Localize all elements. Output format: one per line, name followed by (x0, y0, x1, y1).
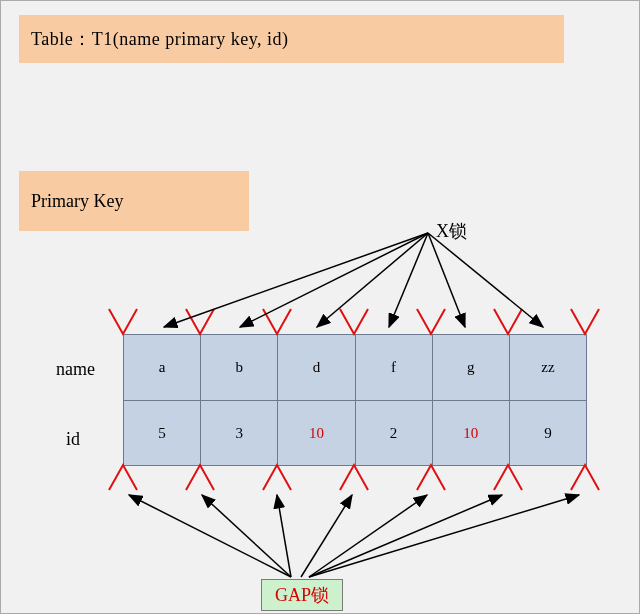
bottom-gap-marks (109, 465, 599, 490)
cell-id: 10 (277, 400, 354, 465)
svg-line-11 (309, 495, 502, 577)
row-label-name: name (56, 359, 95, 380)
cell-name: zz (509, 335, 586, 400)
svg-line-5 (428, 233, 543, 327)
svg-line-2 (317, 233, 428, 327)
svg-line-8 (277, 495, 291, 577)
x-lock-arrows (164, 233, 543, 327)
diagram-canvas: Table：T1(name primary key, id) Primary K… (0, 0, 640, 614)
cell-id: 2 (355, 400, 432, 465)
svg-line-0 (164, 233, 428, 327)
grid-row-id: 5 3 10 2 10 9 (124, 400, 586, 465)
svg-line-7 (202, 495, 291, 577)
svg-line-4 (428, 233, 465, 327)
table-title-box: Table：T1(name primary key, id) (19, 15, 564, 63)
cell-name: b (200, 335, 277, 400)
primary-key-label: Primary Key (31, 191, 123, 212)
x-lock-label: X锁 (436, 219, 467, 243)
grid-row-name: a b d f g zz (124, 335, 586, 400)
cell-id: 5 (124, 400, 200, 465)
arrows-layer (1, 1, 640, 614)
svg-line-9 (301, 495, 352, 577)
top-gap-marks (109, 309, 599, 334)
data-grid: a b d f g zz 5 3 10 2 10 9 (123, 334, 587, 466)
row-label-id: id (66, 429, 80, 450)
primary-key-box: Primary Key (19, 171, 249, 231)
svg-line-6 (129, 495, 291, 577)
gap-lock-box: GAP锁 (261, 579, 343, 611)
cell-id: 10 (432, 400, 509, 465)
cell-name: a (124, 335, 200, 400)
gap-lock-label: GAP锁 (275, 583, 329, 607)
svg-line-10 (309, 495, 427, 577)
cell-name: f (355, 335, 432, 400)
cell-id: 9 (509, 400, 586, 465)
cell-id: 3 (200, 400, 277, 465)
svg-line-12 (309, 495, 579, 577)
svg-line-3 (389, 233, 428, 327)
gap-lock-arrows (129, 495, 579, 577)
cell-name: d (277, 335, 354, 400)
cell-name: g (432, 335, 509, 400)
svg-line-1 (240, 233, 428, 327)
table-title: Table：T1(name primary key, id) (31, 27, 288, 51)
